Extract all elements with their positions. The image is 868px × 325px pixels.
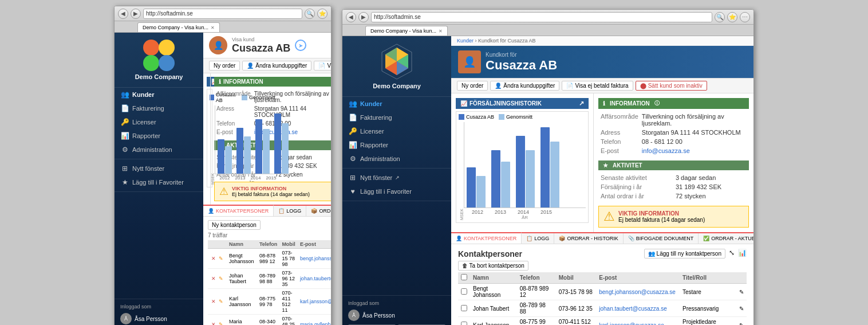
tab-contacts-small[interactable]: 👤 KONTAKTPERSONER — [203, 205, 274, 216]
row-checkbox-1-large[interactable] — [461, 288, 467, 295]
add-contact-btn-small[interactable]: Ny kontaktperson — [208, 220, 261, 230]
edit-icon-2[interactable]: ✎ — [218, 275, 224, 282]
sidebar-bottom-small: Inloggad som Å Åsa Persson Logga ut Inst… — [115, 299, 203, 325]
contact-email-l1[interactable]: bengt.johansson@cusazza.se — [596, 284, 680, 300]
back-button-large[interactable]: ◀ — [346, 12, 356, 22]
row-check-l3 — [458, 317, 470, 326]
new-order-btn-small[interactable]: Ny order — [209, 61, 240, 71]
inactive-btn-large[interactable]: ⬤ Sätt kund som inaktiv — [636, 81, 707, 91]
col-email-large: E-post — [596, 272, 680, 284]
logo-circles-small — [143, 40, 175, 71]
tab-logg-small[interactable]: 📋 LOGG — [274, 206, 306, 216]
new-order-btn-large[interactable]: Ny order — [457, 81, 488, 91]
delete-icon-1[interactable]: ✕ — [210, 255, 217, 262]
contact-email-4[interactable]: maria.gyllenbrink@cusazza.se — [298, 315, 331, 326]
contact-phone-l1: 08-878 989 12 — [517, 284, 556, 300]
tab-attachments-large[interactable]: 📎 BIFOGADE DOKUMENT — [624, 233, 699, 244]
customer-label-large: Kundkort för — [486, 52, 557, 58]
contact-table-large: Namn Telefon Mobil E-post Titel/Roll Ben… — [458, 272, 747, 325]
address-bar-large[interactable]: http://softadmin.se — [371, 12, 712, 22]
edit-icon-4[interactable]: ✎ — [218, 321, 224, 325]
contact-email-3[interactable]: karl.jansson@cusazza.se — [298, 289, 331, 315]
bar-group-2013-large — [491, 150, 510, 207]
menu-btn-large[interactable]: ⋯ — [740, 12, 750, 22]
edit-icon-1[interactable]: ✎ — [218, 255, 224, 262]
sidebar-item-fakturering-large[interactable]: 📄 Fakturering — [342, 111, 451, 124]
invoice-btn-large[interactable]: 📄 Visa ej betald faktura — [562, 81, 633, 91]
sidebar-item-fakturering-small[interactable]: 📄 Fakturering — [115, 101, 203, 115]
address-bar-small[interactable]: http://softadmin.se — [143, 9, 302, 19]
sidebar-item-new-window-large[interactable]: ⊞ Nytt fönster ↗ — [342, 171, 451, 185]
forward-button-large[interactable]: ▶ — [358, 12, 369, 22]
delete-icon-4[interactable]: ✕ — [210, 321, 217, 325]
contact-name-3: Karl Jaansson — [227, 289, 257, 315]
contact-header-large: Kontaktpersoner 👥 Lägg till ny kontaktpe… — [458, 249, 747, 259]
delete-icon-2[interactable]: ✕ — [210, 275, 217, 282]
edit-customer-btn-small[interactable]: 👤 Ändra kunduppgifter — [242, 61, 311, 71]
info-icon-large: ℹ — [603, 100, 605, 107]
sidebar-small: Demo Company 👥 Kunder 📄 Fakturering 🔑 Li… — [115, 33, 203, 325]
sidebar-item-licenser-large[interactable]: 🔑 Licenser — [342, 124, 451, 138]
edit-btn-2-large[interactable]: ✎ — [739, 306, 744, 312]
contact-phone-2: 08-789 98 88 — [257, 269, 279, 289]
resize-icon-large[interactable]: ⤡ — [729, 249, 735, 259]
forward-button-small[interactable]: ▶ — [131, 9, 141, 19]
search-button-large[interactable]: 🔍 — [715, 12, 725, 22]
invoice-btn-small[interactable]: 📄 Visa ej betald faktura — [314, 61, 331, 71]
breadcrumb-kunder[interactable]: Kunder — [457, 38, 474, 44]
sidebar-item-favorites-large[interactable]: ♥ Lägg till i Favoriter — [342, 185, 451, 198]
edit-customer-btn-large[interactable]: 👤 Ändra kunduppgifter — [490, 81, 559, 91]
contact-email-l3[interactable]: karl.jansson@cusazza.se — [596, 317, 680, 326]
info-row-email-large: E-post info@cusazza.se — [599, 147, 748, 155]
back-button-small[interactable]: ◀ — [118, 9, 128, 19]
bar-company-2015-large — [540, 127, 550, 207]
sidebar-item-kunder-small[interactable]: 👥 Kunder — [115, 88, 203, 101]
add-contact-btn-large[interactable]: 👥 Lägg till ny kontaktperson — [644, 249, 725, 259]
row-edit-l1[interactable]: ✎ — [736, 284, 747, 300]
sidebar-item-favorites-small[interactable]: ★ Lägg till i Favoriter — [115, 175, 203, 189]
row-checkbox-2-large[interactable] — [461, 305, 467, 311]
sidebar-item-administration-small[interactable]: ⚙ Administration — [115, 143, 203, 156]
tab-orders-current-large[interactable]: ✅ ORDRAR - AKTUELLA — [699, 233, 753, 244]
chart-expand-icon[interactable]: ↗ — [579, 100, 584, 107]
sidebar-item-licenser-small[interactable]: 🔑 Licenser — [115, 115, 203, 129]
sidebar-item-kunder-large[interactable]: 👥 Kunder — [342, 97, 451, 111]
select-all-checkbox[interactable] — [461, 274, 467, 280]
warning-text-small: VIKTIG INFORMATION Ej betald faktura (14… — [232, 186, 310, 197]
sidebar-item-rapporter-large[interactable]: 📊 Rapporter — [342, 138, 451, 152]
sidebar-item-new-window-small[interactable]: ⊞ Nytt fönster — [115, 162, 203, 175]
row-edit-l2[interactable]: ✎ — [736, 300, 747, 317]
active-tab-large[interactable]: Demo Company - Visa kun... ✕ — [365, 26, 448, 36]
tab-contacts-large[interactable]: 👤 KONTAKTPERSONER — [451, 232, 522, 244]
send-icon-small[interactable]: ➤ — [295, 40, 306, 51]
tab-orders-hist-large[interactable]: 📦 ORDRAR - HISTORIK — [554, 233, 623, 244]
row-checkbox-3-large[interactable] — [461, 322, 467, 326]
contact-email-l2[interactable]: johan.taubert@cusazza.se — [596, 300, 680, 317]
export-icon-large[interactable]: 📊 — [738, 249, 747, 259]
tab-orders-hist-small[interactable]: 📦 ORDRAR - HISTORIK — [306, 206, 331, 216]
active-tab-small[interactable]: Demo Company - Visa kun... ✕ — [137, 22, 220, 32]
delete-contact-btn-large[interactable]: 🗑 Ta bort kontaktperson — [458, 261, 528, 271]
bar-group-2012-large — [467, 167, 486, 207]
tab-close-small[interactable]: ✕ — [211, 25, 215, 30]
contact-role-l2: Pressansvarig — [680, 300, 736, 317]
star-button-large[interactable]: ⭐ — [727, 12, 737, 22]
warning-icon-large: ⚠ — [603, 209, 615, 224]
delete-icon-3[interactable]: ✕ — [210, 298, 217, 305]
contact-email-2[interactable]: johan.taubert@cusazza.se — [298, 269, 331, 289]
info-panel-large: ℹ INFORMATION ⓘ Affärsområde Tillverknin… — [593, 93, 753, 232]
contact-email-1[interactable]: bengt.johansson@cusazza.se — [298, 249, 331, 269]
star-button-small[interactable]: ⭐ — [317, 9, 328, 19]
sidebar-item-admin-large[interactable]: ⚙ Administration — [342, 152, 451, 166]
edit-btn-3-large[interactable]: ✎ — [739, 322, 744, 326]
edit-btn-1-large[interactable]: ✎ — [739, 289, 744, 295]
logo-circle-blue — [159, 55, 175, 71]
tab-logg-large[interactable]: 📋 LOGG — [522, 233, 554, 244]
favorites-icon-small: ★ — [120, 178, 129, 186]
sidebar-item-rapporter-small[interactable]: 📊 Rapporter — [115, 129, 203, 143]
tab-close-large[interactable]: ✕ — [439, 29, 443, 34]
row-edit-l3[interactable]: ✎ — [736, 317, 747, 326]
search-button-small[interactable]: 🔍 — [305, 9, 315, 19]
geometric-logo-large — [378, 43, 416, 80]
edit-icon-3[interactable]: ✎ — [218, 298, 224, 305]
